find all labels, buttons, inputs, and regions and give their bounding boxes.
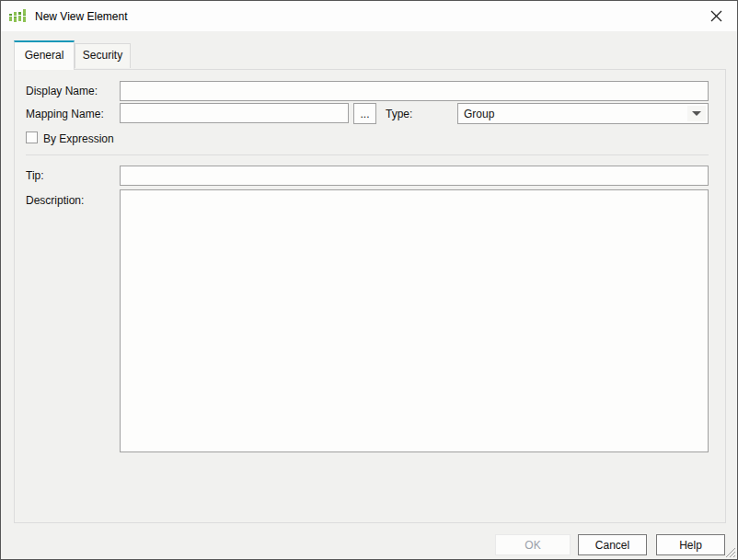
equalizer-icon xyxy=(8,7,27,26)
general-tab-panel: Display Name: Mapping Name: ... Type: Gr… xyxy=(14,69,726,523)
by-expression-label: By Expression xyxy=(43,132,114,145)
type-dropdown-button[interactable] xyxy=(687,106,706,121)
tip-label: Tip: xyxy=(26,169,44,182)
display-name-input[interactable] xyxy=(120,81,709,101)
close-button[interactable] xyxy=(702,5,730,28)
help-button[interactable]: Help xyxy=(656,534,725,555)
tab-general[interactable]: General xyxy=(14,40,75,70)
by-expression-checkbox[interactable] xyxy=(26,131,38,143)
chevron-down-icon xyxy=(692,111,701,116)
titlebar: New View Element xyxy=(1,1,737,31)
resize-grip-icon xyxy=(723,545,735,557)
mapping-name-input[interactable] xyxy=(120,103,349,123)
section-separator xyxy=(26,154,709,155)
mapping-name-browse-button[interactable]: ... xyxy=(353,103,376,124)
tab-security[interactable]: Security xyxy=(75,43,131,68)
display-name-label: Display Name: xyxy=(26,85,98,97)
description-textarea[interactable] xyxy=(120,189,709,452)
mapping-name-label: Mapping Name: xyxy=(26,108,104,120)
window-title: New View Element xyxy=(35,10,128,23)
type-select[interactable]: Group xyxy=(457,103,709,124)
tab-general-label: General xyxy=(25,49,64,62)
tip-input[interactable] xyxy=(120,166,709,186)
type-selected-value: Group xyxy=(464,108,494,120)
type-label: Type: xyxy=(386,108,412,120)
ok-button[interactable]: OK xyxy=(495,534,571,555)
resize-grip[interactable] xyxy=(723,545,735,557)
description-label: Description: xyxy=(26,194,84,207)
cancel-button[interactable]: Cancel xyxy=(578,534,647,555)
close-icon xyxy=(710,10,722,22)
tab-security-label: Security xyxy=(83,49,122,62)
dialog-new-view-element: New View Element General Security Displa… xyxy=(0,0,738,560)
